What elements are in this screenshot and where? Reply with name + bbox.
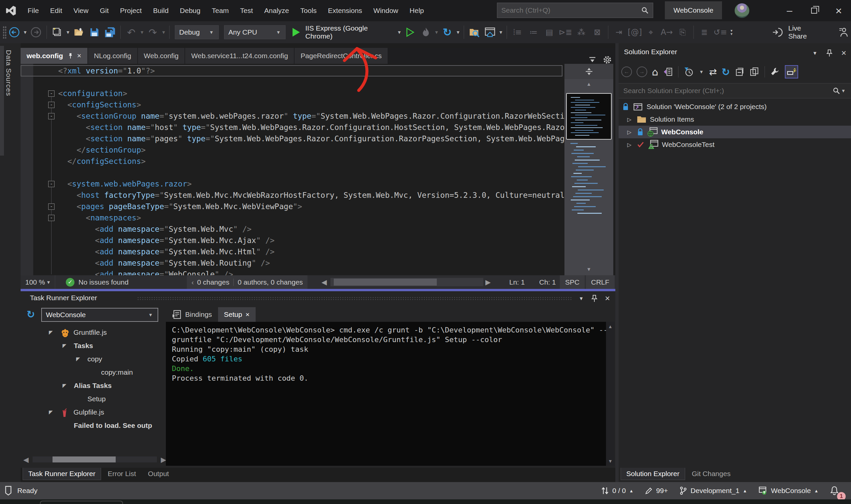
- toolbar-drag-handle[interactable]: [3, 26, 7, 39]
- preview-selected-items-icon[interactable]: [785, 65, 798, 78]
- menu-build[interactable]: Build: [147, 0, 174, 21]
- class-diagram-icon[interactable]: ⁂: [575, 25, 587, 39]
- feedback-icon[interactable]: [837, 25, 849, 39]
- undo-dropdown[interactable]: ▼: [140, 30, 144, 35]
- hot-reload-icon[interactable]: [420, 25, 432, 39]
- undo-list-icon[interactable]: ↺≡: [714, 25, 726, 39]
- list-members-icon[interactable]: ≣: [699, 25, 710, 39]
- split-editor-handle-icon[interactable]: [564, 64, 613, 79]
- close-tab-icon[interactable]: ×: [245, 310, 249, 319]
- quick-search-box[interactable]: [497, 3, 653, 18]
- new-project-dropdown[interactable]: ▼: [66, 30, 71, 35]
- chevron-expanded-icon[interactable]: ◤: [76, 353, 80, 366]
- find-in-files-icon[interactable]: [469, 25, 481, 39]
- new-project-icon[interactable]: [52, 25, 63, 39]
- menu-debug[interactable]: Debug: [174, 0, 206, 21]
- hscroll-left-icon[interactable]: ◀: [23, 456, 29, 464]
- scroll-up-icon[interactable]: ▲: [606, 324, 615, 329]
- task-tab-setup[interactable]: Setup×: [218, 307, 256, 322]
- redo-dropdown[interactable]: ▼: [161, 30, 166, 35]
- task-tree-row[interactable]: ◤Tasks: [21, 339, 166, 353]
- scroll-down-icon[interactable]: ▼: [564, 266, 613, 272]
- minimize-button[interactable]: –: [777, 0, 802, 21]
- solution-tree-row[interactable]: Solution 'WebConsole' (2 of 2 projects): [619, 101, 851, 113]
- scrollbar-viewport[interactable]: [566, 93, 612, 140]
- console-vscrollbar[interactable]: ▲ ▼: [606, 322, 615, 466]
- start-target-dropdown[interactable]: ▼: [397, 30, 402, 35]
- panel-tab-output[interactable]: Output: [143, 468, 174, 480]
- solution-search-box[interactable]: ▼: [619, 83, 851, 98]
- search-input[interactable]: [501, 6, 641, 14]
- menu-window[interactable]: Window: [368, 0, 404, 21]
- panel-close-icon[interactable]: ×: [605, 293, 610, 304]
- home-icon[interactable]: ⌂: [652, 66, 658, 78]
- menu-team[interactable]: Team: [206, 0, 234, 21]
- panel-tab-solution-explorer[interactable]: Solution Explorer: [621, 468, 685, 480]
- task-tree-row[interactable]: ◤Alias Tasks: [21, 379, 166, 392]
- repository-button[interactable]: WebConsole ▲: [755, 482, 822, 499]
- collapse-region-icon[interactable]: -: [48, 102, 55, 108]
- back-icon[interactable]: ←: [621, 67, 632, 77]
- live-share-label[interactable]: Live Share: [788, 24, 821, 40]
- solution-search-input[interactable]: [623, 87, 832, 95]
- collapse-all-icon[interactable]: [735, 67, 745, 77]
- hscroll-right-icon[interactable]: ▶: [161, 456, 166, 464]
- show-all-files-icon[interactable]: [749, 67, 759, 77]
- navigate-back-dropdown[interactable]: ▼: [23, 30, 28, 35]
- editor-scrollbar[interactable]: ▲ ▼: [564, 64, 613, 275]
- vertical-splitter[interactable]: [615, 43, 619, 482]
- code-editor[interactable]: <?xml version="1.0"?><configuration> <co…: [21, 64, 615, 275]
- hscroll-left-icon[interactable]: ◀: [322, 275, 327, 289]
- attribute-icon[interactable]: [@]: [629, 25, 641, 39]
- chevron-expanded-icon[interactable]: ◤: [62, 379, 67, 392]
- menu-tools[interactable]: Tools: [295, 0, 323, 21]
- switch-views-icon[interactable]: [663, 67, 673, 77]
- zoom-level-dropdown[interactable]: 100 % ▼: [22, 275, 55, 289]
- line-indicator[interactable]: Ln: 1: [509, 275, 525, 289]
- task-tab-bindings[interactable]: Bindings: [166, 307, 218, 322]
- spaces-indicator[interactable]: SPC: [560, 275, 585, 289]
- doc-tab-nlog-config[interactable]: NLog.config: [88, 48, 137, 64]
- save-all-icon[interactable]: [104, 25, 116, 39]
- task-tree-row[interactable]: Setup: [21, 392, 166, 406]
- task-console-output[interactable]: C:\Development\WebConsole\WebConsole> cm…: [166, 322, 615, 466]
- font-transform-icon[interactable]: A→: [661, 25, 673, 39]
- hot-reload-dropdown[interactable]: ▼: [434, 30, 439, 35]
- toolbar-overflow-icon[interactable]: ▾▾: [729, 25, 734, 39]
- git-sync-button[interactable]: 0 / 0 ▲: [598, 482, 637, 499]
- refresh-icon[interactable]: ↻: [722, 66, 730, 78]
- menu-git[interactable]: Git: [94, 0, 114, 21]
- undo-icon[interactable]: ↶: [125, 25, 137, 39]
- doc-tab-web-config[interactable]: Web.config: [138, 48, 185, 64]
- chevron-expanded-icon[interactable]: ◤: [49, 406, 53, 419]
- solution-tree-row[interactable]: ▷WebConsoleTest: [619, 138, 851, 151]
- chevron-collapsed-icon[interactable]: ▷: [627, 142, 633, 148]
- pending-changes-filter-icon[interactable]: [684, 67, 694, 77]
- start-target-label[interactable]: IIS Express (Google Chrome): [305, 24, 394, 40]
- scroll-down-icon[interactable]: ▼: [606, 458, 615, 464]
- sync-with-active-document-icon[interactable]: ⇄: [709, 67, 717, 77]
- collapse-region-icon[interactable]: -: [48, 181, 55, 187]
- open-file-icon[interactable]: [73, 25, 85, 39]
- editor-options-gear-icon[interactable]: [603, 55, 612, 65]
- doc-tab-web-config[interactable]: web.config×: [21, 48, 87, 64]
- restore-button[interactable]: [802, 0, 827, 21]
- properties-wrench-icon[interactable]: [770, 67, 780, 77]
- close-button[interactable]: ×: [827, 0, 851, 21]
- pending-edits-button[interactable]: 99+: [641, 482, 671, 499]
- task-list-icon[interactable]: ≔: [528, 25, 540, 39]
- collapse-region-icon[interactable]: -: [48, 215, 55, 221]
- data-sources-tab[interactable]: Data Sources: [5, 50, 13, 96]
- background-tasks-flag-icon[interactable]: [5, 486, 12, 496]
- navigate-back-icon[interactable]: [8, 25, 20, 39]
- menu-project[interactable]: Project: [114, 0, 147, 21]
- git-branch-button[interactable]: Development_1 ▲: [676, 482, 750, 499]
- menu-edit[interactable]: Edit: [44, 0, 68, 21]
- task-tree-hscrollbar[interactable]: ◀ ▶: [23, 456, 166, 463]
- run-diagram-icon[interactable]: ⊳≣: [559, 25, 572, 39]
- solution-tree-row[interactable]: ▷Solution Items: [619, 113, 851, 126]
- remove-diagram-icon[interactable]: ⊠: [591, 25, 603, 39]
- panel-menu-icon[interactable]: ▼: [579, 295, 584, 301]
- task-tree-row[interactable]: ◤copy: [21, 353, 166, 366]
- select-pointer-icon[interactable]: ⌖: [645, 25, 657, 39]
